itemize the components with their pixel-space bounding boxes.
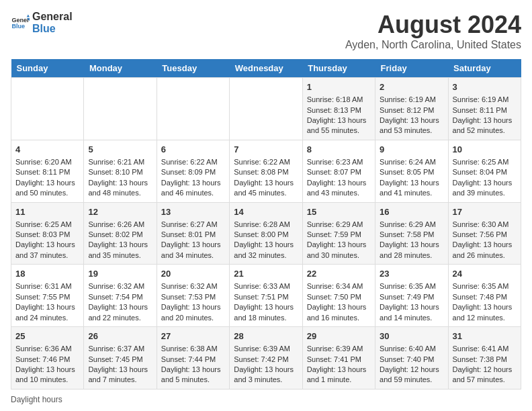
day-info: Sunset: 7:41 PM [307, 355, 371, 365]
day-number: 31 [453, 330, 517, 342]
header-sunday: Sunday [11, 59, 84, 78]
day-info: Daylight: 13 hours and 32 minutes. [234, 240, 298, 261]
calendar-cell: 31Sunrise: 6:41 AMSunset: 7:38 PMDayligh… [448, 327, 521, 390]
day-info: Sunrise: 6:36 AM [15, 344, 79, 354]
day-info: Sunrise: 6:37 AM [88, 344, 152, 354]
svg-marker-2 [27, 14, 30, 17]
calendar-table: SundayMondayTuesdayWednesdayThursdayFrid… [11, 59, 521, 390]
day-info: Daylight: 13 hours and 24 minutes. [15, 302, 79, 323]
day-number: 26 [88, 330, 152, 342]
day-info: Sunset: 7:51 PM [234, 292, 298, 302]
day-number: 27 [161, 330, 225, 342]
day-number: 4 [15, 144, 79, 156]
day-number: 14 [234, 206, 298, 218]
day-info: Sunrise: 6:21 AM [88, 157, 152, 167]
calendar-cell: 21Sunrise: 6:33 AMSunset: 7:51 PMDayligh… [230, 265, 302, 327]
main-title: August 2024 [345, 11, 521, 39]
day-info: Daylight: 13 hours and 1 minute. [307, 365, 371, 385]
day-info: Daylight: 13 hours and 55 minutes. [307, 116, 371, 136]
day-number: 5 [88, 144, 152, 156]
day-info: Daylight: 13 hours and 18 minutes. [234, 302, 298, 323]
calendar-cell: 18Sunrise: 6:31 AMSunset: 7:55 PMDayligh… [11, 265, 84, 327]
calendar-header-row: SundayMondayTuesdayWednesdayThursdayFrid… [11, 59, 521, 78]
day-info: Sunset: 8:01 PM [161, 230, 225, 240]
day-info: Sunrise: 6:19 AM [453, 95, 517, 105]
logo: General Blue General Blue [11, 11, 73, 34]
day-number: 22 [307, 268, 371, 280]
calendar-cell: 12Sunrise: 6:26 AMSunset: 8:02 PMDayligh… [84, 202, 157, 265]
day-info: Sunset: 8:07 PM [307, 167, 371, 177]
day-info: Daylight: 13 hours and 41 minutes. [380, 178, 443, 199]
subtitle: Ayden, North Carolina, United States [345, 39, 521, 51]
day-info: Sunrise: 6:31 AM [15, 281, 79, 291]
day-info: Daylight: 13 hours and 14 minutes. [380, 302, 443, 323]
calendar-cell: 10Sunrise: 6:25 AMSunset: 8:04 PMDayligh… [448, 140, 521, 202]
day-info: Sunset: 7:56 PM [453, 230, 517, 240]
day-number: 11 [15, 206, 79, 218]
day-number: 28 [234, 330, 298, 342]
day-info: Sunset: 8:10 PM [88, 167, 152, 177]
day-number: 20 [161, 268, 225, 280]
calendar-cell: 13Sunrise: 6:27 AMSunset: 8:01 PMDayligh… [157, 202, 229, 265]
day-info: Sunset: 7:59 PM [307, 230, 371, 240]
calendar-cell: 5Sunrise: 6:21 AMSunset: 8:10 PMDaylight… [84, 140, 157, 202]
day-number: 6 [161, 144, 225, 156]
page-header: General Blue General Blue August 2024 Ay… [11, 11, 521, 51]
title-area: August 2024 Ayden, North Carolina, Unite… [345, 11, 521, 51]
calendar-week-1: 1Sunrise: 6:18 AMSunset: 8:13 PMDaylight… [11, 78, 521, 140]
day-info: Sunset: 8:09 PM [161, 167, 225, 177]
calendar-cell: 2Sunrise: 6:19 AMSunset: 8:12 PMDaylight… [375, 78, 448, 140]
day-number: 17 [453, 206, 517, 218]
calendar-cell: 29Sunrise: 6:39 AMSunset: 7:41 PMDayligh… [302, 327, 375, 390]
calendar-cell: 7Sunrise: 6:22 AMSunset: 8:08 PMDaylight… [230, 140, 302, 202]
header-tuesday: Tuesday [157, 59, 229, 78]
day-info: Daylight: 13 hours and 7 minutes. [88, 365, 152, 385]
day-number: 23 [380, 268, 443, 280]
day-info: Sunrise: 6:25 AM [15, 220, 79, 230]
calendar-cell: 25Sunrise: 6:36 AMSunset: 7:46 PMDayligh… [11, 327, 84, 390]
day-info: Sunset: 7:55 PM [15, 292, 79, 302]
day-info: Daylight: 13 hours and 28 minutes. [380, 240, 443, 261]
day-info: Daylight: 13 hours and 53 minutes. [380, 116, 443, 136]
day-number: 7 [234, 144, 298, 156]
day-info: Daylight: 13 hours and 26 minutes. [453, 240, 517, 261]
day-info: Sunset: 8:02 PM [88, 230, 152, 240]
calendar-cell [157, 78, 229, 140]
day-info: Sunrise: 6:38 AM [161, 344, 225, 354]
svg-text:General: General [11, 16, 30, 23]
calendar-cell: 9Sunrise: 6:24 AMSunset: 8:05 PMDaylight… [375, 140, 448, 202]
day-info: Sunrise: 6:40 AM [380, 344, 443, 354]
day-info: Sunset: 7:50 PM [307, 292, 371, 302]
day-info: Sunrise: 6:23 AM [307, 157, 371, 167]
day-info: Daylight: 13 hours and 43 minutes. [307, 178, 371, 199]
calendar-cell [230, 78, 302, 140]
day-number: 8 [307, 144, 371, 156]
logo-icon: General Blue [11, 13, 30, 32]
day-info: Sunset: 8:11 PM [453, 105, 517, 116]
calendar-cell [84, 78, 157, 140]
calendar-cell: 8Sunrise: 6:23 AMSunset: 8:07 PMDaylight… [302, 140, 375, 202]
calendar-cell: 27Sunrise: 6:38 AMSunset: 7:44 PMDayligh… [157, 327, 229, 390]
day-info: Daylight: 12 hours and 59 minutes. [380, 365, 443, 385]
day-info: Sunset: 7:38 PM [453, 355, 517, 365]
day-info: Daylight: 13 hours and 46 minutes. [161, 178, 225, 199]
day-info: Sunrise: 6:22 AM [161, 157, 225, 167]
day-number: 2 [380, 81, 443, 93]
header-friday: Friday [375, 59, 448, 78]
logo-general: General [32, 11, 73, 23]
header-wednesday: Wednesday [230, 59, 302, 78]
day-info: Daylight: 13 hours and 52 minutes. [453, 116, 517, 136]
day-number: 30 [380, 330, 443, 342]
day-info: Sunrise: 6:32 AM [161, 281, 225, 291]
header-thursday: Thursday [302, 59, 375, 78]
day-info: Sunset: 7:40 PM [380, 355, 443, 365]
day-info: Sunset: 8:05 PM [380, 167, 443, 177]
day-info: Sunset: 7:58 PM [380, 230, 443, 240]
day-info: Sunset: 7:42 PM [234, 355, 298, 365]
day-info: Sunset: 7:44 PM [161, 355, 225, 365]
day-number: 18 [15, 268, 79, 280]
calendar-cell: 16Sunrise: 6:29 AMSunset: 7:58 PMDayligh… [375, 202, 448, 265]
day-number: 25 [15, 330, 79, 342]
calendar-week-4: 18Sunrise: 6:31 AMSunset: 7:55 PMDayligh… [11, 265, 521, 327]
day-info: Daylight: 13 hours and 50 minutes. [15, 178, 79, 199]
